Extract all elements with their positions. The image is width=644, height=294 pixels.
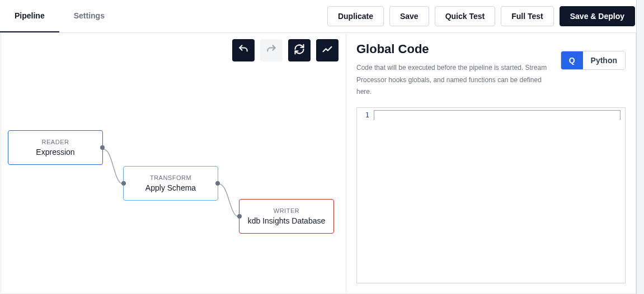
quick-test-button[interactable]: Quick Test xyxy=(435,6,496,26)
redo-button xyxy=(260,39,283,61)
port-in[interactable] xyxy=(121,181,126,186)
main-area: READER Expression TRANSFORM Apply Schema… xyxy=(1,33,636,294)
port-out[interactable] xyxy=(215,181,220,186)
duplicate-button[interactable]: Duplicate xyxy=(327,6,384,26)
save-button[interactable]: Save xyxy=(389,6,429,26)
code-area[interactable] xyxy=(374,108,625,283)
full-test-button[interactable]: Full Test xyxy=(501,6,554,26)
action-bar: Duplicate Save Quick Test Full Test Save… xyxy=(327,6,635,26)
trend-icon xyxy=(322,44,333,57)
panel-title: Global Code xyxy=(356,42,552,56)
canvas-toolbar xyxy=(232,39,339,61)
node-transform[interactable]: TRANSFORM Apply Schema xyxy=(123,166,218,201)
refresh-button[interactable] xyxy=(288,39,311,61)
node-reader[interactable]: READER Expression xyxy=(8,130,103,165)
undo-button[interactable] xyxy=(232,39,255,61)
editor-gutter: 1 xyxy=(357,108,374,283)
top-bar: Pipeline Settings Duplicate Save Quick T… xyxy=(0,0,644,33)
port-out[interactable] xyxy=(100,145,105,150)
node-type-label: TRANSFORM xyxy=(128,174,213,181)
node-writer[interactable]: WRITER kdb Insights Database xyxy=(239,199,334,234)
port-in[interactable] xyxy=(237,214,242,219)
lang-option-python[interactable]: Python xyxy=(583,51,625,69)
node-title: kdb Insights Database xyxy=(244,216,329,225)
cursor-line xyxy=(374,110,621,120)
undo-icon xyxy=(238,44,249,57)
tab-list: Pipeline Settings xyxy=(0,0,119,32)
language-toggle: Q Python xyxy=(561,51,626,70)
panel-description: Code that will be executed before the pi… xyxy=(356,62,552,98)
redo-icon xyxy=(266,44,277,57)
node-type-label: WRITER xyxy=(244,207,329,214)
tab-pipeline[interactable]: Pipeline xyxy=(0,0,59,32)
code-editor[interactable]: 1 xyxy=(356,107,626,283)
refresh-icon xyxy=(294,44,305,57)
scrollbar[interactable] xyxy=(636,0,644,294)
node-type-label: READER xyxy=(13,139,98,145)
global-code-panel: Global Code Code that will be executed b… xyxy=(346,33,636,293)
line-number: 1 xyxy=(357,111,369,119)
lang-option-q[interactable]: Q xyxy=(561,51,583,69)
pipeline-canvas[interactable]: READER Expression TRANSFORM Apply Schema… xyxy=(1,33,346,293)
save-deploy-button[interactable]: Save & Deploy xyxy=(560,6,635,26)
node-title: Expression xyxy=(13,148,98,157)
trend-button[interactable] xyxy=(316,39,339,61)
node-title: Apply Schema xyxy=(128,183,213,192)
tab-settings[interactable]: Settings xyxy=(59,0,119,32)
